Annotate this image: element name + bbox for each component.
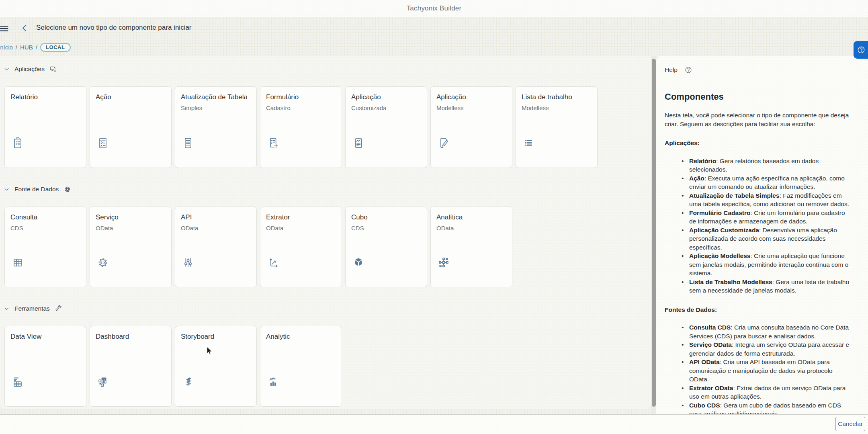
card-row: RelatórioAçãoAtualização de TabelaSimple… bbox=[4, 86, 648, 168]
breadcrumb-link-hub[interactable]: HUB bbox=[20, 44, 33, 51]
card-title: Serviço bbox=[96, 213, 166, 222]
component-selection-area: AplicaçõesRelatórioAçãoAtualização de Ta… bbox=[0, 56, 651, 409]
data-view-icon bbox=[11, 375, 25, 389]
list-icon bbox=[522, 136, 536, 150]
help-heading: Componentes bbox=[665, 92, 854, 102]
section-header-aplicacoes[interactable]: Aplicações bbox=[3, 65, 648, 73]
nodes-icon bbox=[437, 256, 450, 269]
card-title: Storyboard bbox=[181, 332, 251, 341]
component-card[interactable]: Analytic bbox=[260, 326, 342, 407]
gear-code-icon bbox=[96, 256, 110, 269]
help-list-item: Aplicação Modelless: Crie uma aplicação … bbox=[678, 252, 854, 278]
help-label: Help bbox=[665, 66, 678, 74]
card-title: Dashboard bbox=[96, 332, 166, 341]
component-card[interactable]: FormulárioCadastro bbox=[260, 86, 342, 168]
component-card[interactable]: AnalíticaOData bbox=[430, 207, 512, 287]
card-title: Extrator bbox=[266, 213, 336, 222]
scrollbar-thumb[interactable] bbox=[652, 59, 656, 407]
storyboard-icon bbox=[181, 375, 195, 389]
section-header-ferramentas[interactable]: Ferramentas bbox=[3, 305, 648, 313]
app-title: Tachyonix Builder bbox=[407, 4, 462, 12]
help-list-item: Aplicação Customizada: Desenvolva uma ap… bbox=[678, 226, 854, 252]
question-circle-icon[interactable] bbox=[684, 66, 693, 74]
scrollbar-track[interactable] bbox=[651, 56, 656, 414]
cancel-button[interactable]: Cancelar bbox=[835, 417, 865, 431]
devices-icon bbox=[49, 65, 58, 74]
section-label: Ferramentas bbox=[14, 305, 50, 312]
help-list-item: Formulário Cadastro: Crie um formulário … bbox=[678, 209, 854, 226]
table-grid-icon bbox=[11, 256, 25, 269]
help-list-item: Lista de Trabalho Modelless: Gera uma li… bbox=[678, 278, 854, 295]
help-list-item: Cubo CDS: Gera um cubo de dados baseado … bbox=[678, 401, 854, 414]
card-subtitle: OData bbox=[96, 225, 166, 231]
section-header-fonte-de-dados[interactable]: Fonte de Dados bbox=[3, 185, 648, 193]
component-card[interactable]: Atualização de TabelaSimples bbox=[175, 86, 257, 168]
help-group-title: Fontes de Dados: bbox=[665, 305, 854, 314]
card-row: ConsultaCDSServiçoODataAPIODataExtratorO… bbox=[4, 207, 648, 287]
card-title: Formulário bbox=[266, 93, 336, 102]
help-list-item: Consulta CDS: Cria uma consulta baseada … bbox=[678, 323, 854, 340]
cube-icon bbox=[352, 256, 365, 269]
section-fonte-de-dados: Fonte de DadosConsultaCDSServiçoODataAPI… bbox=[3, 185, 648, 287]
card-title: Aplicação bbox=[436, 93, 506, 102]
card-subtitle: Customizada bbox=[351, 104, 421, 111]
back-icon[interactable] bbox=[19, 23, 30, 33]
breadcrumb-link-inicio[interactable]: Início bbox=[0, 44, 13, 51]
clipboard-icon bbox=[11, 136, 25, 150]
help-list: Relatório: Gera relatórios baseados em d… bbox=[665, 157, 854, 295]
component-card[interactable]: Lista de trabalhoModelless bbox=[516, 86, 598, 168]
help-group-title: Aplicações: bbox=[665, 139, 854, 147]
component-card[interactable]: Ação bbox=[90, 86, 172, 168]
menu-icon[interactable] bbox=[0, 23, 11, 35]
help-panel-header: Help bbox=[665, 66, 854, 74]
card-title: Relatório bbox=[10, 93, 80, 102]
section-aplicacoes: AplicaçõesRelatórioAçãoAtualização de Ta… bbox=[3, 65, 648, 168]
doc-chart-icon bbox=[352, 136, 365, 150]
card-title: Consulta bbox=[10, 213, 80, 222]
data-source-icon bbox=[63, 185, 72, 194]
section-ferramentas: FerramentasData ViewDashboardStoryboardA… bbox=[3, 305, 648, 407]
component-card[interactable]: ConsultaCDS bbox=[4, 207, 86, 287]
help-intro: Nesta tela, você pode selecionar o tipo … bbox=[665, 111, 854, 128]
component-card[interactable]: AplicaçãoCustomizada bbox=[345, 86, 427, 168]
component-card[interactable]: ExtratorOData bbox=[260, 207, 342, 287]
component-card[interactable]: ServiçoOData bbox=[90, 207, 172, 287]
help-list: Consulta CDS: Cria uma consulta baseada … bbox=[665, 323, 854, 414]
card-title: API bbox=[181, 213, 251, 222]
card-title: Analytic bbox=[266, 332, 336, 341]
breadcrumb-separator: / bbox=[36, 44, 37, 51]
wrench-icon bbox=[54, 304, 63, 313]
analytic-icon bbox=[266, 375, 280, 389]
page-header: Selecione um novo tipo de componente par… bbox=[0, 18, 868, 38]
tachyonix-builder-app: Tachyonix Builder Selecione um novo tipo… bbox=[0, 0, 868, 434]
help-panel: Help Componentes Nesta tela, você pode s… bbox=[656, 56, 868, 414]
card-row: Data ViewDashboardStoryboardAnalytic bbox=[4, 326, 648, 407]
doc-plus-icon bbox=[266, 136, 280, 150]
section-label: Fonte de Dados bbox=[14, 186, 59, 193]
card-title: Atualização de Tabela bbox=[181, 93, 251, 102]
breadcrumb: Início / HUB / LOCAL bbox=[0, 38, 868, 56]
list-doc-icon bbox=[181, 136, 195, 150]
card-subtitle: Cadastro bbox=[266, 104, 336, 111]
help-list-item: Extrator OData: Extrai dados de um servi… bbox=[678, 384, 854, 401]
component-card[interactable]: Storyboard bbox=[175, 326, 257, 407]
help-list-item: Ação: Executa uma ação específica na apl… bbox=[678, 174, 854, 191]
help-list-item: API OData: Cria uma API baseada em OData… bbox=[678, 358, 854, 384]
card-title: Data View bbox=[10, 332, 80, 341]
component-card[interactable]: Relatório bbox=[4, 86, 86, 168]
component-card[interactable]: AplicaçãoModelless bbox=[430, 86, 512, 168]
chevron-down-icon bbox=[3, 186, 10, 193]
card-subtitle: Simples bbox=[181, 104, 251, 111]
component-card[interactable]: Data View bbox=[4, 326, 86, 407]
help-button[interactable] bbox=[854, 41, 868, 59]
component-card[interactable]: Dashboard bbox=[90, 326, 172, 407]
sliders-icon bbox=[181, 256, 195, 269]
card-title: Ação bbox=[96, 93, 166, 102]
breadcrumb-separator: / bbox=[16, 44, 17, 51]
card-subtitle: Modelless bbox=[436, 104, 506, 111]
doc-edit-icon bbox=[437, 136, 450, 150]
component-card[interactable]: CuboCDS bbox=[345, 207, 427, 287]
page-title: Selecione um novo tipo de componente par… bbox=[36, 24, 192, 32]
chevron-down-icon bbox=[3, 305, 10, 312]
component-card[interactable]: APIOData bbox=[175, 207, 257, 287]
